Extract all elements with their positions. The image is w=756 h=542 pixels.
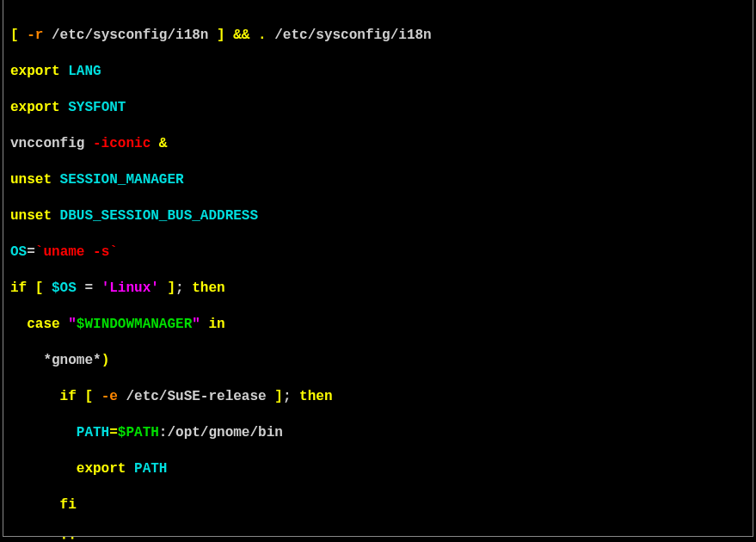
keyword-fi: fi bbox=[10, 497, 77, 513]
path: /etc/sysconfig/i18n bbox=[274, 28, 431, 43]
bracket: ] bbox=[274, 389, 283, 404]
code-line: export SYSFONT bbox=[10, 99, 746, 117]
code-line: unset DBUS_SESSION_BUS_ADDRESS bbox=[10, 207, 746, 225]
paren: ) bbox=[101, 353, 110, 368]
code-line: [ -r /etc/sysconfig/i18n ] && . /etc/sys… bbox=[10, 27, 746, 45]
equals: = bbox=[109, 425, 118, 440]
terminal-editor[interactable]: [ -r /etc/sysconfig/i18n ] && . /etc/sys… bbox=[3, 0, 753, 537]
command: vncconfig bbox=[10, 136, 93, 151]
keyword-case: case bbox=[10, 317, 68, 332]
dot: . bbox=[258, 28, 274, 43]
variable: $WINDOWMANAGER bbox=[77, 317, 192, 332]
flag: -r bbox=[27, 28, 52, 43]
variable: PATH bbox=[134, 461, 167, 477]
string: 'Linux' bbox=[101, 280, 168, 296]
code-line: *gnome*) bbox=[10, 352, 746, 370]
semicolon: ; bbox=[175, 280, 192, 296]
case-pattern: *gnome* bbox=[10, 353, 101, 368]
variable: PATH bbox=[77, 425, 109, 440]
keyword-export: export bbox=[10, 100, 68, 115]
operator: & bbox=[159, 136, 168, 151]
keyword-unset: unset bbox=[10, 172, 60, 188]
backtick: ` bbox=[35, 244, 44, 260]
path: :/opt/gnome/bin bbox=[159, 425, 283, 440]
code-line: case "$WINDOWMANAGER" in bbox=[10, 316, 746, 334]
bracket: ] bbox=[167, 280, 175, 296]
keyword-if: if bbox=[10, 280, 35, 296]
command-sub: uname -s bbox=[43, 244, 109, 260]
quote: " bbox=[192, 317, 208, 332]
bracket: [ bbox=[35, 280, 52, 296]
path: /etc/SuSE-release bbox=[126, 389, 274, 404]
indent bbox=[10, 425, 77, 440]
variable: $PATH bbox=[118, 425, 159, 440]
quote: " bbox=[68, 317, 77, 332]
path: /etc/sysconfig/i18n bbox=[52, 28, 217, 43]
operator: && bbox=[233, 28, 258, 43]
variable: LANG bbox=[68, 64, 101, 79]
keyword-unset: unset bbox=[10, 208, 60, 224]
keyword-export: export bbox=[10, 64, 68, 79]
bracket: ] bbox=[217, 28, 233, 43]
semicolon: ; bbox=[283, 389, 299, 404]
bracket: [ bbox=[84, 389, 101, 404]
variable: DBUS_SESSION_BUS_ADDRESS bbox=[60, 208, 258, 224]
backtick: ` bbox=[109, 244, 118, 260]
variable: SYSFONT bbox=[68, 100, 126, 115]
code-line: fi bbox=[10, 496, 746, 514]
variable: $OS bbox=[52, 280, 84, 296]
keyword-export: export bbox=[10, 461, 134, 477]
bracket: [ bbox=[10, 28, 27, 43]
keyword-then: then bbox=[299, 389, 332, 404]
variable: SESSION_MANAGER bbox=[60, 172, 184, 188]
flag: -e bbox=[101, 389, 126, 404]
code-line: export LANG bbox=[10, 63, 746, 81]
equals: = bbox=[27, 244, 35, 260]
case-end: ;; bbox=[10, 533, 77, 542]
keyword-if: if bbox=[10, 389, 84, 404]
code-line: vncconfig -iconic & bbox=[10, 135, 746, 153]
keyword-in: in bbox=[208, 317, 224, 332]
keyword-then: then bbox=[192, 280, 224, 296]
code-line: unset SESSION_MANAGER bbox=[10, 171, 746, 189]
code-line: ;; bbox=[10, 533, 746, 542]
code-line: export PATH bbox=[10, 460, 746, 478]
variable: OS bbox=[10, 244, 27, 260]
code-line: if [ $OS = 'Linux' ]; then bbox=[10, 280, 746, 298]
code-line: if [ -e /etc/SuSE-release ]; then bbox=[10, 388, 746, 406]
flag: -iconic bbox=[93, 136, 159, 151]
code-line: PATH=$PATH:/opt/gnome/bin bbox=[10, 424, 746, 442]
equals: = bbox=[84, 280, 101, 296]
code-line: OS=`uname -s` bbox=[10, 243, 746, 262]
